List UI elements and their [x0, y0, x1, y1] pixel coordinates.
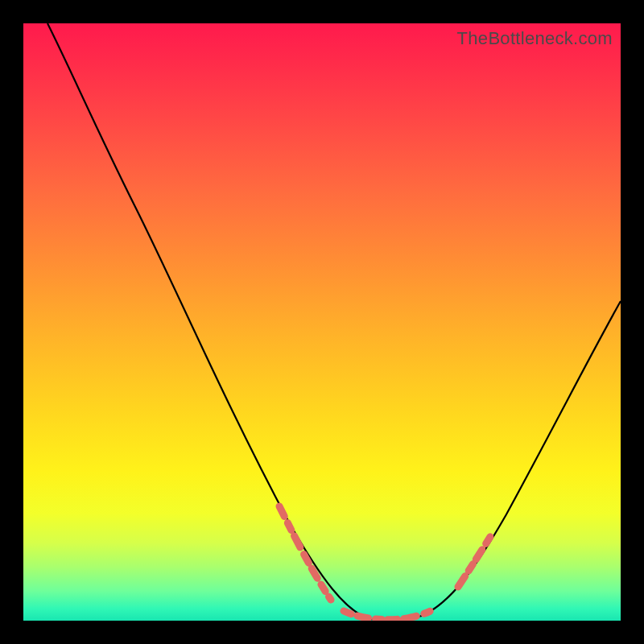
- chart-area: TheBottleneck.com: [23, 23, 621, 621]
- highlight-segment-right: [458, 508, 508, 587]
- highlight-segment-left: [279, 506, 331, 600]
- bottleneck-curve-path: [47, 23, 621, 620]
- highlight-segment-bottom: [344, 605, 442, 620]
- bottleneck-curve-svg: [23, 23, 621, 621]
